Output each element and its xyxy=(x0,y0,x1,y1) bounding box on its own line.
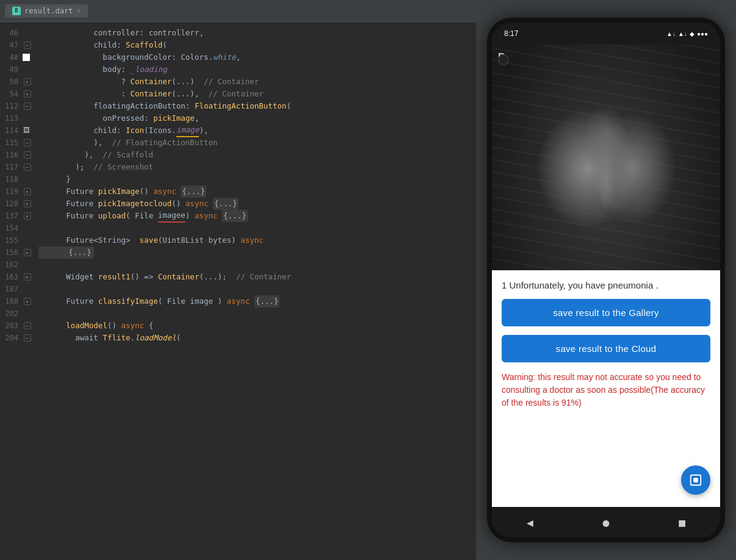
fold-icon-204[interactable] xyxy=(24,334,31,342)
fold-icon-119[interactable] xyxy=(24,188,31,195)
code-line-113: onPressed: pickImage, xyxy=(38,112,476,124)
warning-text: Warning: this result may not accurate so… xyxy=(502,371,710,409)
tab-bar: D result.dart ✕ xyxy=(0,0,476,22)
fab-icon xyxy=(689,473,702,487)
code-line-46: controller: controllerr, xyxy=(38,27,476,39)
signal-bars: ●●● xyxy=(697,31,708,37)
code-line-49: body: _loading xyxy=(38,63,476,76)
code-line-156: {...} xyxy=(38,246,476,259)
fold-icon-128[interactable] xyxy=(24,200,31,207)
fold-icon-188[interactable] xyxy=(24,298,31,305)
nav-home-button[interactable]: ● xyxy=(603,516,610,529)
fold-icon-112[interactable] xyxy=(24,102,31,110)
fold-icon-117[interactable] xyxy=(24,163,31,171)
code-line-188: Future classifyImage( File image ) async… xyxy=(38,295,476,307)
wifi-icon: ▲↓ xyxy=(666,31,676,37)
code-line-154 xyxy=(38,222,476,234)
tab-close-button[interactable]: ✕ xyxy=(76,7,81,15)
code-area: 46 47 48 49 50 54 112 113 114🖼 115 116 1… xyxy=(0,22,476,560)
diagnosis-text: 1 Unfortunately, you have pneumonia . xyxy=(502,280,710,290)
fold-icon-163[interactable] xyxy=(24,273,31,281)
xray-ribs-overlay xyxy=(492,45,720,270)
svg-rect-1 xyxy=(693,478,698,482)
status-time: 8:17 xyxy=(504,29,518,38)
phone-status-bar: 8:17 ▲↓ ▲↓ ◆ ●●● xyxy=(492,23,720,45)
code-line-54: : Container(...), // Container xyxy=(38,88,476,100)
code-line-187 xyxy=(38,283,476,295)
code-line-115: ), // FloatingActionButton xyxy=(38,137,476,149)
fold-icon-50[interactable] xyxy=(24,78,31,85)
fold-icon-203[interactable] xyxy=(24,322,31,329)
code-line-204: await Tflite.loadModel( xyxy=(38,332,476,344)
signal-icon: ▲↓ xyxy=(678,31,687,37)
code-line-114: child: Icon(Icons.image), xyxy=(38,124,476,137)
fold-icon-116[interactable] xyxy=(24,151,31,159)
fold-icon-54[interactable] xyxy=(24,90,31,98)
code-line-203: loadModel() async { xyxy=(38,320,476,332)
phone-nav-bar: ◀ ● ■ xyxy=(492,507,720,537)
phone-device: 8:17 ▲↓ ▲↓ ◆ ●●● R 1 Unfortunately, you … xyxy=(487,18,725,542)
code-line-117: ); // Screenshot xyxy=(38,161,476,173)
xray-image: R xyxy=(492,45,720,270)
code-line-118: } xyxy=(38,173,476,185)
tab-filename: result.dart xyxy=(24,7,73,15)
code-line-163: Widget result1() => Container(...); // C… xyxy=(38,271,476,283)
code-line-162 xyxy=(38,259,476,271)
code-line-137: Future upload( File imagee) async {...} xyxy=(38,210,476,222)
code-line-128: Future pickImagetocloud() async {...} xyxy=(38,198,476,210)
code-line-47: child: Scaffold( xyxy=(38,39,476,51)
editor-panel: D result.dart ✕ 46 47 48 49 50 54 112 11… xyxy=(0,0,476,560)
code-line-202 xyxy=(38,307,476,320)
code-content: controller: controllerr, child: Scaffold… xyxy=(34,22,476,560)
fab-button[interactable] xyxy=(681,465,710,495)
phone-panel: 8:17 ▲↓ ▲↓ ◆ ●●● R 1 Unfortunately, you … xyxy=(476,0,736,560)
line-numbers: 46 47 48 49 50 54 112 113 114🖼 115 116 1… xyxy=(0,22,34,560)
fold-icon-137[interactable] xyxy=(24,212,31,220)
dart-icon: D xyxy=(12,7,21,15)
xray-image-container: R xyxy=(492,45,720,270)
nav-recents-button[interactable]: ■ xyxy=(679,516,685,529)
breakpoint-48 xyxy=(23,54,30,61)
fold-icon-156[interactable] xyxy=(24,249,31,256)
save-cloud-button[interactable]: save result to the Cloud xyxy=(502,335,710,362)
nav-back-button[interactable]: ◀ xyxy=(527,516,533,529)
phone-camera xyxy=(498,54,509,65)
fold-icon-47[interactable] xyxy=(24,41,31,49)
battery-icon: ◆ xyxy=(690,31,695,37)
code-line-112: floatingActionButton: FloatingActionButt… xyxy=(38,100,476,112)
code-line-119: Future pickImage() async {...} xyxy=(38,185,476,198)
code-line-116: ), // Scaffold xyxy=(38,149,476,161)
save-gallery-button[interactable]: save result to the Gallery xyxy=(502,299,710,326)
file-tab[interactable]: D result.dart ✕ xyxy=(5,4,88,18)
image-gutter-icon: 🖼 xyxy=(23,124,30,137)
fold-icon-115[interactable] xyxy=(24,139,31,146)
code-line-48: backgroundColor: Colors.white, xyxy=(38,51,476,63)
status-icons: ▲↓ ▲↓ ◆ ●●● xyxy=(666,31,708,37)
code-line-50: ? Container(...) // Container xyxy=(38,76,476,88)
code-line-155: Future<String> save(Uint8List bytes) asy… xyxy=(38,234,476,246)
